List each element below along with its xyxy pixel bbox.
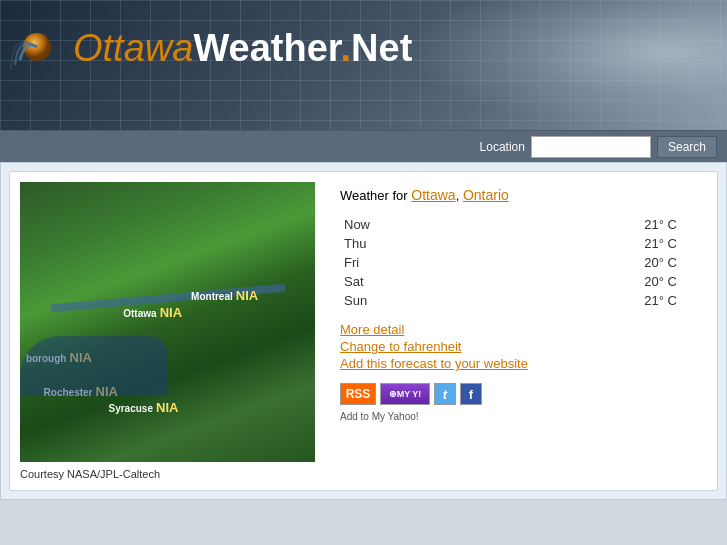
map-container: Ottawa NIA Montreal NIA borough NIA Roch…: [20, 182, 315, 480]
logo-area: OttawaWeather.Net: [10, 20, 412, 75]
forecast-temp: 20° C: [474, 272, 697, 291]
logo-weather: Weather: [193, 27, 340, 69]
logo-net: Net: [351, 27, 412, 69]
social-icons: RSS ⊕ MY Y! t f: [340, 383, 482, 405]
map-caption: Courtesy NASA/JPL-Caltech: [20, 468, 315, 480]
change-units-link[interactable]: Change to fahrenheit: [340, 339, 697, 354]
logo-dot: .: [341, 27, 352, 69]
forecast-day: Thu: [340, 234, 474, 253]
map-label-syracuse: Syracuse NIA: [109, 400, 179, 415]
logo-icon: [10, 20, 65, 75]
forecast-temp: 21° C: [474, 234, 697, 253]
weather-city-link[interactable]: Ottawa: [411, 187, 455, 203]
yahoo-button[interactable]: ⊕ MY Y!: [380, 383, 430, 405]
forecast-day: Sat: [340, 272, 474, 291]
forecast-table: Now 21° C Thu 21° C Fri 20° C Sat 20° C …: [340, 215, 697, 310]
forecast-row: Thu 21° C: [340, 234, 697, 253]
twitter-icon: t: [443, 387, 447, 402]
search-button[interactable]: Search: [657, 136, 717, 158]
twitter-button[interactable]: t: [434, 383, 456, 405]
more-detail-link[interactable]: More detail: [340, 322, 697, 337]
forecast-row: Now 21° C: [340, 215, 697, 234]
rss-button[interactable]: RSS: [340, 383, 376, 405]
weather-title-prefix: Weather for: [340, 188, 411, 203]
main-content: Ottawa NIA Montreal NIA borough NIA Roch…: [0, 162, 727, 500]
facebook-icon: f: [469, 387, 473, 402]
weather-title: Weather for Ottawa, Ontario: [340, 187, 697, 203]
header-radar-image: [407, 0, 727, 130]
forecast-day: Sun: [340, 291, 474, 310]
map-label-montreal: Montreal NIA: [191, 288, 258, 303]
facebook-button[interactable]: f: [460, 383, 482, 405]
social-row: RSS ⊕ MY Y! t f Add to My Yahoo!: [340, 383, 697, 422]
weather-province-link[interactable]: Ontario: [463, 187, 509, 203]
location-input[interactable]: [531, 136, 651, 158]
forecast-day: Fri: [340, 253, 474, 272]
forecast-row: Sun 21° C: [340, 291, 697, 310]
weather-info: Weather for Ottawa, Ontario Now 21° C Th…: [330, 182, 707, 480]
forecast-temp: 21° C: [474, 291, 697, 310]
map-label-borough: borough NIA: [26, 350, 92, 365]
map-image: Ottawa NIA Montreal NIA borough NIA Roch…: [20, 182, 315, 462]
logo-text[interactable]: OttawaWeather.Net: [73, 29, 412, 67]
add-forecast-link[interactable]: Add this forecast to your website: [340, 356, 697, 371]
content-row: Ottawa NIA Montreal NIA borough NIA Roch…: [9, 171, 718, 491]
search-bar: Location Search: [0, 130, 727, 162]
logo-ottawa: Ottawa: [73, 27, 193, 69]
header: OttawaWeather.Net: [0, 0, 727, 130]
forecast-temp: 21° C: [474, 215, 697, 234]
forecast-temp: 20° C: [474, 253, 697, 272]
weather-links: More detail Change to fahrenheit Add thi…: [340, 322, 697, 371]
forecast-day: Now: [340, 215, 474, 234]
add-yahoo-text: Add to My Yahoo!: [340, 411, 419, 422]
location-label: Location: [480, 140, 525, 154]
yahoo-icon: ⊕: [389, 389, 397, 399]
forecast-row: Fri 20° C: [340, 253, 697, 272]
map-label-rochester: Rochester NIA: [44, 384, 118, 399]
map-label-ottawa: Ottawa NIA: [123, 305, 182, 320]
forecast-row: Sat 20° C: [340, 272, 697, 291]
